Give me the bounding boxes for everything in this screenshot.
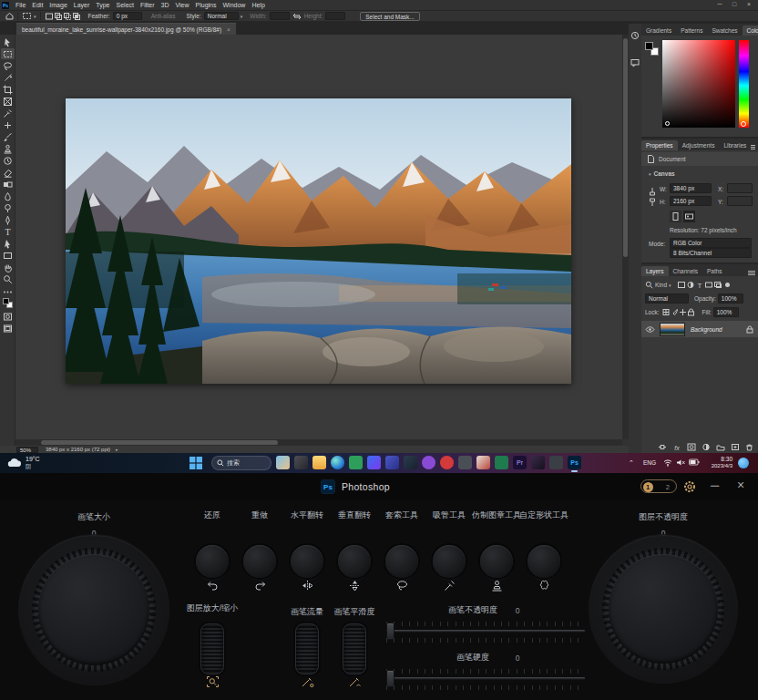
taskbar-green-app-icon[interactable] [349,456,363,469]
swap-dimensions-icon[interactable] [292,13,302,20]
tab-libraries[interactable]: Libraries [719,140,751,150]
taskbar-capcut-icon[interactable] [367,456,381,469]
add-selection-icon[interactable] [54,12,63,21]
lock-all-icon[interactable] [687,308,695,316]
magic-wand-tool[interactable] [1,72,15,83]
document-image[interactable] [66,98,571,384]
weather-temp[interactable]: 19°C [26,456,40,462]
taskbar-gray-app-icon[interactable] [549,456,563,469]
layers-panel-menu-icon[interactable] [748,270,755,276]
canvas-area[interactable] [15,35,622,439]
menu-filter[interactable]: Filter [140,2,155,8]
filter-adjustment-icon[interactable] [686,281,695,289]
taskbar-stamp-app-icon[interactable] [476,456,490,469]
layer-style-fx-icon[interactable]: fx [672,443,681,451]
weather-cloud-icon[interactable] [7,457,24,468]
filter-toggle-icon[interactable] [725,283,730,287]
menu-file[interactable]: File [15,2,26,8]
path-selection-tool[interactable] [1,238,15,249]
tab-swatches[interactable]: Swatches [707,26,742,36]
dodge-tool[interactable] [1,202,15,213]
layer-filter-kind[interactable]: Kind [655,282,667,288]
tray-language[interactable]: ENG [643,459,656,466]
taskbar-edge-icon[interactable] [331,456,344,469]
battery-icon[interactable] [689,458,700,466]
lasso-knob[interactable] [385,545,418,578]
foreground-background-swatches[interactable] [3,298,13,308]
redo-knob[interactable] [243,545,276,578]
landscape-orientation-button[interactable] [683,211,695,222]
taskbar-premiere-icon[interactable]: Pr [513,456,527,469]
color-fg-bg-swatches[interactable] [645,42,659,56]
console-settings-gear-icon[interactable] [682,479,697,494]
tab-layers[interactable]: Layers [641,266,669,276]
brush-hardness-slider[interactable] [386,677,585,680]
foreground-color-swatch[interactable] [3,298,9,304]
horizontal-scrollbar[interactable] [15,439,622,446]
taskbar-quill-app-icon[interactable] [531,456,545,469]
taskbar-task-view-icon[interactable] [294,456,308,469]
brush-opacity-slider[interactable] [386,630,585,633]
menu-window[interactable]: Window [223,2,246,8]
menu-layer[interactable]: Layer [74,2,90,8]
filter-pixel-icon[interactable] [677,281,686,289]
comments-panel-icon[interactable] [630,58,640,67]
tray-notifications-icon[interactable] [738,458,749,468]
style-dropdown[interactable]: Normal [204,12,239,20]
menu-view[interactable]: View [176,2,190,8]
blend-mode-dropdown[interactable]: Normal [645,293,689,304]
home-icon[interactable] [5,12,14,20]
feather-input[interactable]: 0 px [113,12,142,20]
new-layer-icon[interactable] [731,443,740,451]
brush-tool[interactable] [1,131,15,142]
fill-field[interactable]: 100% [713,307,739,317]
properties-panel-menu-icon[interactable] [751,144,755,150]
speaker-icon[interactable] [676,458,685,467]
page-indicator[interactable]: 1 2 [640,479,677,493]
intersect-selection-icon[interactable] [72,12,81,21]
lock-pixels-icon[interactable] [671,308,679,316]
adjustment-layer-icon[interactable] [702,443,711,451]
height-prop-field[interactable]: 2160 px [670,196,712,206]
weather-condition[interactable]: 阴 [26,463,31,471]
new-selection-icon[interactable] [45,12,54,21]
type-tool[interactable]: T [1,226,15,237]
taskbar-pen-app-icon[interactable] [404,456,417,469]
layer-thumbnail[interactable] [660,323,685,336]
tab-adjustments[interactable]: Adjustments [678,140,720,150]
taskbar-media-app-icon[interactable] [422,456,435,469]
taskbar-widgets-icon[interactable] [276,456,290,469]
subtract-selection-icon[interactable] [63,12,72,21]
screen-mode-icon[interactable] [1,323,15,334]
filter-type-icon[interactable]: T [695,281,704,289]
tab-paths[interactable]: Paths [702,266,727,276]
move-tool[interactable] [1,36,15,47]
clone-stamp-knob[interactable] [480,545,513,578]
filter-smart-object-icon[interactable] [713,281,722,289]
frame-tool[interactable] [1,96,15,107]
bit-depth-dropdown[interactable]: 8 Bits/Channel [670,248,752,258]
color-cursor[interactable] [665,121,670,126]
tool-preset-caret-icon[interactable]: ▾ [34,14,36,19]
tray-time[interactable]: 8:30 [705,456,732,462]
menu-edit[interactable]: Edit [32,2,43,8]
blur-tool[interactable] [1,190,15,201]
taskbar-dark-green-app-icon[interactable] [495,456,508,469]
kind-caret-icon[interactable]: ▾ [669,283,671,288]
new-group-icon[interactable] [716,443,725,451]
layer-row-background[interactable]: Background [641,321,758,337]
zoom-level-field[interactable]: 50% [16,447,38,453]
menu-help[interactable]: Help [251,2,264,8]
opacity-field[interactable]: 100% [718,293,743,304]
taskbar-music-app-icon[interactable] [440,456,454,469]
tray-chevron-icon[interactable]: ⌃ [629,459,634,467]
window-minimize-icon[interactable]: ─ [712,1,727,7]
select-and-mask-button[interactable]: Select and Mask... [360,12,419,21]
menu-image[interactable]: Image [49,2,67,8]
saturation-brightness-square[interactable] [662,40,735,128]
quick-mask-icon[interactable] [1,311,15,322]
clone-stamp-tool[interactable] [1,143,15,154]
rectangle-tool[interactable] [1,250,15,261]
menu-plugins[interactable]: Plugins [196,2,217,8]
healing-brush-tool[interactable] [1,119,15,130]
